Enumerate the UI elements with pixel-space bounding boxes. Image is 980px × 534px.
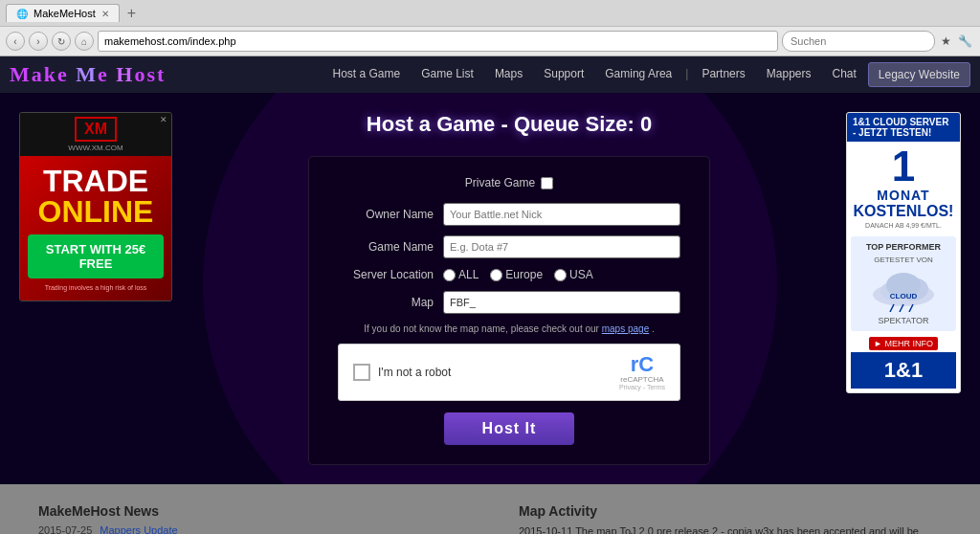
- nav-host-a-game[interactable]: Host a Game: [323, 62, 410, 87]
- ad-1and1-month-num: 1: [892, 145, 915, 188]
- tab-favicon: 🌐: [16, 9, 28, 19]
- ad-xm-disclaimer: Trading involves a high risk of loss: [28, 284, 164, 291]
- captcha-logo: rC reCAPTCHA Privacy - Terms: [619, 354, 665, 390]
- forward-button[interactable]: ›: [29, 32, 48, 51]
- ad-xm[interactable]: ✕ XM WWW.XM.COM TRADE ONLINE START WITH …: [19, 112, 172, 465]
- owner-name-row: Owner Name: [338, 203, 680, 226]
- toolbar-icons: ★ 🔧: [939, 33, 974, 50]
- ad-1and1[interactable]: 1&1 CLOUD SERVER - JETZT TESTEN! 1 MONAT…: [846, 112, 961, 465]
- recaptcha-icon: rC: [619, 354, 665, 375]
- private-game-label: Private Game: [465, 176, 535, 189]
- nav-mappers[interactable]: Mappers: [757, 62, 821, 87]
- main-content: ✕ XM WWW.XM.COM TRADE ONLINE START WITH …: [0, 93, 980, 484]
- server-all-label: ALL: [458, 268, 479, 281]
- ad-1and1-brand: 1&1: [851, 352, 956, 389]
- host-game-form: Private Game Owner Name Game Name Server…: [308, 156, 710, 465]
- server-europe-option[interactable]: Europe: [490, 268, 543, 281]
- server-location-options: ALL Europe USA: [443, 268, 593, 281]
- map-activity-item-0: 2015-10-11 The map ToJ 2.0 pre release 2…: [519, 524, 942, 534]
- map-input[interactable]: [443, 291, 680, 314]
- ad-xm-cta-button[interactable]: START WITH 25€ FREE: [28, 234, 164, 278]
- private-game-checkbox[interactable]: [541, 177, 553, 189]
- map-activity-column: Map Activity 2015-10-11 The map ToJ 2.0 …: [519, 503, 942, 534]
- owner-name-input[interactable]: [443, 203, 680, 226]
- news-title: MakeMeHost News: [38, 503, 461, 519]
- map-activity-title: Map Activity: [519, 503, 942, 519]
- nav-gaming-area[interactable]: Gaming Area: [595, 62, 681, 87]
- page-title: Host a Game - Queue Size: 0: [367, 112, 652, 137]
- cloud-graphic: CLOUD: [865, 264, 942, 312]
- ad-xm-trade: TRADE: [28, 166, 164, 196]
- logo-text: Make Me Host: [10, 62, 166, 86]
- ad-1and1-kostenlos: KOSTENLOS!: [854, 203, 954, 220]
- home-button[interactable]: ⌂: [75, 32, 94, 51]
- nav-chat[interactable]: Chat: [822, 62, 865, 87]
- captcha-left: I'm not a robot: [353, 364, 451, 381]
- owner-name-label: Owner Name: [338, 208, 443, 221]
- game-name-label: Game Name: [338, 240, 443, 254]
- refresh-button[interactable]: ↻: [52, 32, 71, 51]
- news-date-0: 2015-07-25: [38, 524, 92, 534]
- tab-title: MakeMeHost: [33, 8, 96, 19]
- captcha-text: I'm not a robot: [378, 366, 451, 379]
- server-europe-label: Europe: [505, 268, 543, 281]
- ad-1and1-performer: TOP PERFORMER: [857, 242, 950, 252]
- private-game-row: Private Game: [338, 176, 680, 189]
- search-bar[interactable]: [782, 31, 935, 52]
- site-header: Make Me Host Host a Game Game List Maps …: [0, 56, 980, 93]
- tools-icon[interactable]: 🔧: [956, 33, 974, 50]
- browser-toolbar: ‹ › ↻ ⌂ ★ 🔧: [0, 27, 980, 56]
- host-it-button[interactable]: Host It: [444, 412, 575, 445]
- address-bar[interactable]: [98, 31, 778, 52]
- ad-1and1-more-info[interactable]: ► MEHR INFO: [851, 335, 956, 352]
- browser-tab[interactable]: 🌐 MakeMeHost ✕: [6, 4, 120, 22]
- maps-page-link[interactable]: maps page: [602, 323, 649, 334]
- map-label: Map: [338, 296, 443, 309]
- tab-close-icon[interactable]: ✕: [101, 9, 109, 19]
- ad-1and1-cloud-section: TOP PERFORMER GETESTET VON CLOUD: [851, 236, 956, 331]
- ad-xm-online: ONLINE: [28, 196, 164, 227]
- ad-xm-logo: XM: [84, 121, 107, 137]
- ad-1and1-sub: DANACH AB 4,99 €/MTL.: [865, 222, 942, 229]
- captcha-checkbox[interactable]: [353, 364, 370, 381]
- game-name-row: Game Name: [338, 235, 680, 258]
- new-tab-button[interactable]: +: [123, 5, 140, 22]
- ad-1and1-performer-sub: GETESTET VON: [857, 256, 950, 264]
- server-location-label: Server Location: [338, 268, 443, 281]
- server-location-row: Server Location ALL Europe USA: [338, 268, 680, 281]
- server-all-radio[interactable]: [443, 269, 456, 281]
- nav-legacy-website[interactable]: Legacy Website: [868, 62, 970, 87]
- server-all-option[interactable]: ALL: [443, 268, 479, 281]
- nav-support[interactable]: Support: [534, 62, 593, 87]
- svg-text:CLOUD: CLOUD: [890, 292, 918, 300]
- ad-1and1-spektator: SPEKTATOR: [857, 316, 950, 325]
- nav-maps[interactable]: Maps: [485, 62, 532, 87]
- svg-line-5: [890, 304, 894, 312]
- ad-close-icon[interactable]: ✕: [160, 115, 167, 124]
- browser-chrome: 🌐 MakeMeHost ✕ + ‹ › ↻ ⌂ ★ 🔧: [0, 0, 980, 56]
- bookmark-icon[interactable]: ★: [939, 33, 953, 50]
- game-name-input[interactable]: [443, 235, 680, 258]
- server-usa-radio[interactable]: [554, 269, 567, 281]
- main-nav: Host a Game Game List Maps Support Gamin…: [323, 62, 970, 87]
- ad-xm-site: WWW.XM.COM: [24, 144, 167, 152]
- ad-1and1-header: 1&1 CLOUD SERVER - JETZT TESTEN!: [847, 113, 960, 142]
- center-panel: Host a Game - Queue Size: 0 Private Game…: [187, 112, 832, 465]
- ad-1and1-body: 1 MONAT KOSTENLOS! DANACH AB 4,99 €/MTL.…: [847, 142, 960, 392]
- map-note: If you do not know the map name, please …: [338, 323, 680, 334]
- news-item-0: 2015-07-25 Mappers Update: [38, 524, 461, 534]
- nav-game-list[interactable]: Game List: [412, 62, 483, 87]
- recaptcha-brand: reCAPTCHA: [619, 375, 665, 384]
- recaptcha-widget[interactable]: I'm not a robot rC reCAPTCHA Privacy - T…: [338, 344, 680, 401]
- news-column: MakeMeHost News 2015-07-25 Mappers Updat…: [38, 503, 461, 534]
- server-usa-label: USA: [569, 268, 593, 281]
- back-button[interactable]: ‹: [6, 32, 25, 51]
- server-europe-radio[interactable]: [490, 269, 502, 281]
- nav-partners[interactable]: Partners: [692, 62, 754, 87]
- browser-titlebar: 🌐 MakeMeHost ✕ +: [0, 0, 980, 27]
- map-row: Map: [338, 291, 680, 314]
- news-link-0[interactable]: Mappers Update: [100, 524, 177, 534]
- server-usa-option[interactable]: USA: [554, 268, 593, 281]
- footer-section: MakeMeHost News 2015-07-25 Mappers Updat…: [0, 484, 980, 534]
- recaptcha-privacy: Privacy - Terms: [619, 384, 665, 390]
